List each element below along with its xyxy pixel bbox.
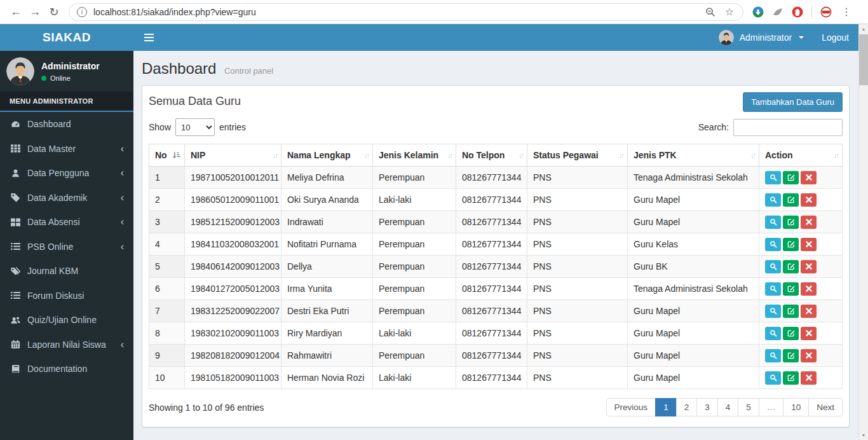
sidebar-item-quiz-ujian-online[interactable]: Quiz/Ujian Online: [0, 308, 133, 333]
view-button[interactable]: [765, 349, 781, 362]
pagination-next[interactable]: Next: [808, 398, 843, 416]
page-length-select[interactable]: 10: [175, 118, 215, 136]
scrollbar-thumb[interactable]: [859, 34, 868, 85]
edit-button[interactable]: [783, 260, 799, 273]
edit-button[interactable]: [783, 305, 799, 318]
sidebar-item-psb-online[interactable]: PSB Online‹: [0, 235, 133, 259]
column-header-no[interactable]: No: [149, 144, 185, 167]
delete-button[interactable]: [801, 327, 817, 340]
search-icon: [770, 329, 777, 337]
shark-extension-icon[interactable]: [772, 6, 783, 18]
download-manager-extension-icon[interactable]: [752, 6, 764, 18]
tag-icon: [10, 193, 21, 202]
stop-hand-extension-icon[interactable]: [792, 6, 803, 18]
search-label: Search:: [698, 122, 729, 132]
add-guru-button[interactable]: Tambahkan Data Guru: [743, 92, 843, 112]
edit-button[interactable]: [783, 371, 799, 385]
user-dropdown[interactable]: Administrator: [719, 30, 804, 45]
brand-logo[interactable]: SIAKAD: [0, 24, 133, 51]
sidebar-item-documentation[interactable]: Documentation: [0, 357, 133, 382]
column-header-jenis-kelamin[interactable]: Jenis Kelamin↓↑: [373, 144, 456, 167]
view-button[interactable]: [765, 327, 781, 340]
cell-nama: Dellya: [281, 256, 373, 278]
delete-button[interactable]: [801, 371, 817, 385]
search-input[interactable]: [733, 119, 843, 136]
delete-button[interactable]: [801, 216, 817, 229]
logout-link[interactable]: Logout: [822, 32, 849, 43]
pagination-page-4[interactable]: 4: [717, 398, 739, 416]
view-button[interactable]: [765, 171, 781, 184]
cell-status-pegawai: PNS: [527, 278, 628, 300]
delete-button[interactable]: [801, 171, 817, 184]
sidebar-item-data-master[interactable]: Data Master‹: [0, 137, 133, 162]
table-row: 1198710052010012011Meliya DefrinaPerempu…: [149, 167, 843, 189]
browser-reload-icon[interactable]: ↻: [44, 3, 64, 22]
column-header-status-pegawai[interactable]: Status Pegawai↓↑: [527, 144, 628, 167]
edit-button[interactable]: [783, 327, 799, 340]
edit-button[interactable]: [783, 193, 799, 207]
sidebar-item-forum-diskusi[interactable]: Forum Diskusi: [0, 284, 133, 308]
sidebar-item-dashboard[interactable]: Dashboard: [0, 112, 133, 137]
bookmark-star-icon[interactable]: ☆: [725, 7, 734, 17]
view-button[interactable]: [765, 193, 781, 207]
edit-button[interactable]: [783, 238, 799, 251]
delete-button[interactable]: [801, 282, 817, 296]
view-button[interactable]: [765, 216, 781, 229]
search-icon: [770, 196, 777, 203]
browser-back-icon[interactable]: ←: [6, 3, 25, 22]
edit-button[interactable]: [783, 349, 799, 362]
pagination-page-10[interactable]: 10: [783, 398, 809, 416]
view-button[interactable]: [765, 282, 781, 296]
address-bar[interactable]: i localhost:81/siakad/index.php?view=gur…: [69, 3, 743, 21]
cell-action: [759, 278, 843, 300]
scrollbar[interactable]: ▲ ▼: [858, 24, 868, 440]
cell-no: 3: [149, 211, 185, 233]
sidebar-item-data-absensi[interactable]: Data Absensi‹: [0, 210, 133, 235]
browser-menu-icon[interactable]: ⋮: [840, 6, 853, 18]
edit-button[interactable]: [783, 171, 799, 184]
delete-button[interactable]: [801, 238, 817, 251]
sidebar-item-data-akademik[interactable]: Data Akademik‹: [0, 186, 133, 210]
column-header-nama-lengkap[interactable]: Nama Lengkap↓↑: [281, 144, 373, 167]
badge-extension-icon[interactable]: [820, 6, 832, 18]
app-navbar: Administrator Logout: [133, 24, 858, 51]
scrollbar-down-arrow[interactable]: ▼: [859, 430, 868, 440]
delete-button[interactable]: [801, 349, 817, 362]
sort-both-icon: ↓↑: [447, 151, 452, 159]
delete-button[interactable]: [801, 193, 817, 207]
browser-forward-icon[interactable]: →: [25, 3, 44, 22]
sidebar-item-laporan-nilai-siswa[interactable]: Laporan Nilai Siswa‹: [0, 333, 133, 357]
page-info-icon[interactable]: i: [77, 7, 87, 17]
pagination-page-2[interactable]: 2: [676, 398, 698, 416]
pagination-page-3[interactable]: 3: [696, 398, 718, 416]
scrollbar-up-arrow[interactable]: ▲: [859, 24, 868, 34]
edit-button[interactable]: [783, 282, 799, 296]
user-avatar: [719, 30, 734, 45]
cell-no: 2: [149, 189, 185, 211]
cell-jenis-ptk: Guru Mapel: [628, 367, 759, 389]
zoom-out-icon[interactable]: [705, 7, 715, 17]
view-button[interactable]: [765, 371, 781, 385]
sidebar-item-data-pengguna[interactable]: Data Pengguna‹: [0, 161, 133, 186]
column-header-nip[interactable]: NIP↓↑: [185, 144, 281, 167]
pagination-page-1[interactable]: 1: [655, 398, 677, 416]
sidebar-item-journal-kbm[interactable]: Journal KBM: [0, 259, 133, 284]
pagination-page-5[interactable]: 5: [738, 398, 759, 416]
edit-icon: [787, 329, 795, 337]
view-button[interactable]: [765, 260, 781, 273]
column-header-no-telpon[interactable]: No Telpon↓↑: [456, 144, 527, 167]
delete-button[interactable]: [801, 260, 817, 273]
column-header-action[interactable]: Action↓↑: [759, 144, 843, 167]
sidebar-toggle[interactable]: [143, 33, 155, 42]
pagination-previous[interactable]: Previous: [606, 398, 656, 416]
view-button[interactable]: [765, 305, 781, 318]
column-header-jenis-ptk[interactable]: Jenis PTK↓↑: [628, 144, 759, 167]
table-row: 5198406142009012003DellyaPerempuan081267…: [149, 256, 843, 278]
cell-jenis-kelamin: Perempuan: [373, 167, 456, 189]
user-icon: [10, 168, 21, 178]
edit-button[interactable]: [783, 216, 799, 229]
view-button[interactable]: [765, 238, 781, 251]
cell-nip: 198605012009011001: [185, 189, 281, 211]
sidebar-item-label: Forum Diskusi: [27, 291, 84, 301]
delete-button[interactable]: [801, 305, 817, 318]
